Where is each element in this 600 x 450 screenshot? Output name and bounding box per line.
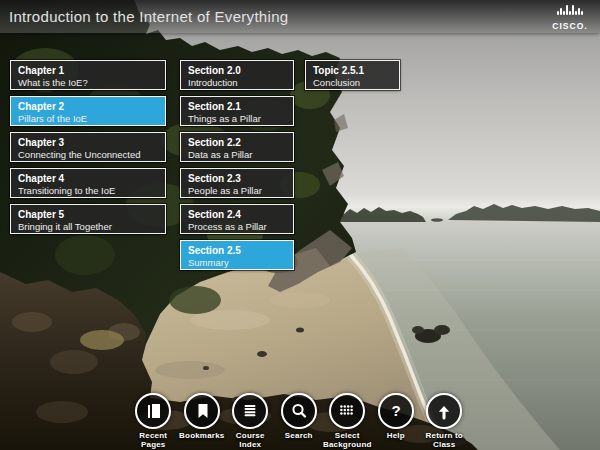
tile-title: Bringing it all Together: [18, 221, 158, 233]
tile-title: Data as a Pillar: [188, 149, 286, 161]
section-tile-2-4[interactable]: Section 2.4 Process as a Pillar: [180, 204, 294, 234]
help-button[interactable]: ? Help: [372, 393, 421, 449]
cisco-logo-icon: [550, 4, 590, 15]
svg-text:?: ?: [391, 402, 400, 419]
bookmarks-icon: [184, 393, 220, 429]
topic-tile-2-5-1[interactable]: Topic 2.5.1 Conclusion: [305, 60, 400, 90]
tile-title: Transitioning to the IoE: [18, 185, 158, 197]
tile-kicker: Section 2.0: [188, 64, 286, 77]
tile-kicker: Section 2.1: [188, 100, 286, 113]
course-index-screen: Introduction to the Internet of Everythi…: [0, 0, 600, 450]
chapter-tile-4[interactable]: Chapter 4 Transitioning to the IoE: [10, 168, 166, 198]
page-title: Introduction to the Internet of Everythi…: [0, 8, 288, 25]
return-to-class-button[interactable]: Return to Class: [420, 393, 469, 449]
tile-title: Pillars of the IoE: [18, 113, 158, 125]
section-tile-2-5[interactable]: Section 2.5 Summary: [180, 240, 294, 270]
tile-kicker: Chapter 4: [18, 172, 158, 185]
cisco-logo-text: CISCO.: [552, 21, 587, 31]
tile-kicker: Chapter 5: [18, 208, 158, 221]
section-tile-2-2[interactable]: Section 2.2 Data as a Pillar: [180, 132, 294, 162]
tool-label: Help: [387, 431, 405, 449]
tool-label: Bookmarks: [179, 431, 224, 449]
tile-kicker: Section 2.3: [188, 172, 286, 185]
chapter-tile-5[interactable]: Chapter 5 Bringing it all Together: [10, 204, 166, 234]
chapter-tile-3[interactable]: Chapter 3 Connecting the Unconnected: [10, 132, 166, 162]
help-icon: ?: [378, 393, 414, 429]
tile-title: Summary: [188, 257, 286, 269]
tile-kicker: Section 2.5: [188, 244, 286, 257]
tile-title: What is the IoE?: [18, 77, 158, 89]
course-index-icon: [232, 393, 268, 429]
tile-kicker: Chapter 2: [18, 100, 158, 113]
tile-kicker: Chapter 1: [18, 64, 158, 77]
search-button[interactable]: Search: [275, 393, 324, 449]
tile-kicker: Section 2.2: [188, 136, 286, 149]
tile-title: Process as a Pillar: [188, 221, 286, 233]
bookmarks-button[interactable]: Bookmarks: [178, 393, 227, 449]
course-index-button[interactable]: Course Index: [226, 393, 275, 449]
select-background-button[interactable]: Select Background: [323, 393, 372, 449]
header-bar: Introduction to the Internet of Everythi…: [0, 0, 600, 33]
tile-kicker: Topic 2.5.1: [313, 64, 392, 77]
tool-label: Select Background: [323, 431, 372, 449]
section-tile-2-0[interactable]: Section 2.0 Introduction: [180, 60, 294, 90]
bottom-toolbar: Recent Pages Bookmarks Course Index: [129, 393, 469, 449]
tile-title: Conclusion: [313, 77, 392, 89]
tile-title: Introduction: [188, 77, 286, 89]
tool-label: Return to Class: [426, 431, 463, 449]
return-to-class-icon: [426, 393, 462, 429]
chapter-tile-2[interactable]: Chapter 2 Pillars of the IoE: [10, 96, 166, 126]
recent-pages-button[interactable]: Recent Pages: [129, 393, 178, 449]
search-icon: [281, 393, 317, 429]
tool-label: Search: [285, 431, 313, 449]
chapter-tile-1[interactable]: Chapter 1 What is the IoE?: [10, 60, 166, 90]
tool-label: Course Index: [236, 431, 265, 449]
tile-title: Things as a Pillar: [188, 113, 286, 125]
recent-pages-icon: [135, 393, 171, 429]
section-tile-2-1[interactable]: Section 2.1 Things as a Pillar: [180, 96, 294, 126]
tile-title: Connecting the Unconnected: [18, 149, 158, 161]
tile-kicker: Chapter 3: [18, 136, 158, 149]
section-tile-2-3[interactable]: Section 2.3 People as a Pillar: [180, 168, 294, 198]
tool-label: Recent Pages: [139, 431, 167, 449]
select-background-icon: [329, 393, 365, 429]
tile-kicker: Section 2.4: [188, 208, 286, 221]
tile-title: People as a Pillar: [188, 185, 286, 197]
cisco-logo: CISCO.: [550, 4, 590, 33]
